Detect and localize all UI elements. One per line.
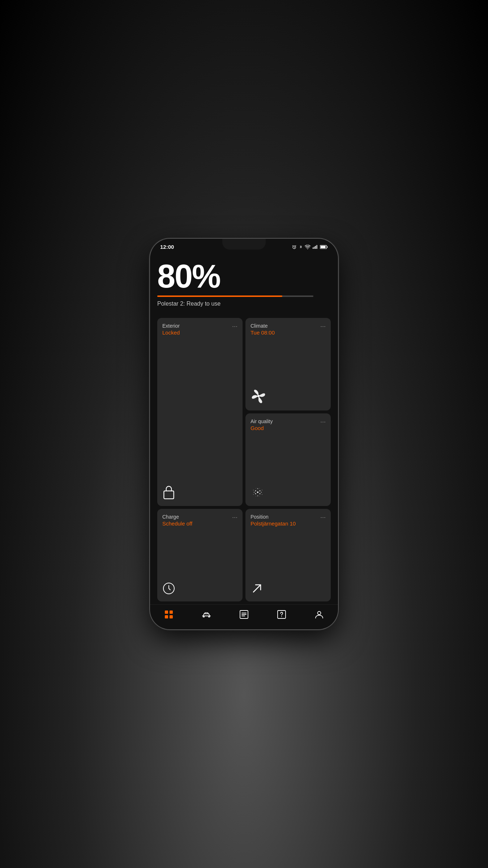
fan-icon-container — [251, 384, 326, 405]
svg-point-21 — [262, 490, 262, 490]
svg-point-35 — [281, 616, 282, 617]
air-dots-icon-container — [251, 481, 326, 501]
notch — [222, 239, 266, 250]
battery-percent: 80% — [157, 260, 331, 293]
card-position-header: Position Polstjärnegatan 10 ··· — [251, 514, 326, 527]
card-climate-title: Climate — [251, 323, 275, 329]
nav-item-profile[interactable] — [309, 608, 330, 621]
svg-rect-9 — [164, 491, 174, 499]
svg-rect-7 — [327, 246, 328, 248]
card-climate[interactable]: Climate Tue 08:00 ··· — [245, 318, 331, 410]
cards-grid: Exterior Locked ··· — [157, 318, 331, 601]
card-exterior[interactable]: Exterior Locked ··· — [157, 318, 243, 506]
card-charge-header: Charge Schedule off ··· — [162, 514, 237, 527]
nav-car-icon — [202, 610, 211, 619]
svg-rect-29 — [165, 610, 168, 614]
svg-rect-4 — [315, 246, 316, 249]
nav-item-support[interactable] — [271, 608, 292, 621]
nav-item-list[interactable] — [234, 608, 254, 621]
bottom-nav — [150, 604, 338, 629]
card-air-quality-subtitle: Good — [251, 425, 273, 431]
phone-frame: 12:00 — [150, 239, 338, 629]
lock-icon — [162, 485, 175, 499]
svg-point-25 — [259, 488, 260, 489]
battery-status: Polestar 2: Ready to use — [157, 301, 331, 307]
arrow-icon-container — [251, 578, 326, 596]
card-position[interactable]: Position Polstjärnegatan 10 ··· — [245, 509, 331, 601]
nav-support-icon — [277, 610, 286, 619]
phone-device: 12:00 — [150, 239, 338, 629]
status-time: 12:00 — [160, 244, 174, 250]
card-exterior-title: Exterior — [162, 323, 180, 329]
phone-screen: 12:00 — [150, 239, 338, 629]
svg-point-24 — [256, 488, 256, 489]
clock-icon — [162, 582, 175, 595]
bluetooth-icon — [299, 244, 303, 250]
svg-point-36 — [318, 612, 321, 615]
nav-item-car[interactable] — [196, 608, 217, 621]
air-dots-icon — [251, 485, 265, 499]
card-charge-title: Charge — [162, 514, 192, 520]
battery-status-icon — [320, 245, 328, 249]
nav-home-icon — [164, 610, 174, 619]
svg-point-23 — [262, 494, 262, 495]
card-climate-more[interactable]: ··· — [317, 323, 326, 329]
lock-icon-container — [162, 481, 237, 501]
svg-point-16 — [254, 492, 254, 493]
card-exterior-subtitle: Locked — [162, 329, 180, 336]
svg-point-26 — [256, 496, 256, 497]
card-position-subtitle: Polstjärnegatan 10 — [251, 520, 296, 527]
arrow-ne-icon — [251, 582, 264, 595]
card-exterior-header: Exterior Locked ··· — [162, 323, 237, 336]
svg-rect-32 — [170, 615, 173, 618]
battery-section: 80% Polestar 2: Ready to use — [157, 253, 331, 311]
svg-point-12 — [255, 490, 256, 492]
svg-rect-8 — [321, 246, 326, 248]
signal-icon — [313, 244, 318, 249]
svg-point-17 — [261, 492, 262, 493]
svg-point-13 — [260, 490, 261, 492]
svg-point-27 — [259, 496, 260, 497]
card-charge-subtitle: Schedule off — [162, 520, 192, 527]
svg-point-20 — [253, 490, 254, 490]
battery-bar-container — [157, 295, 313, 297]
battery-bar-fill — [157, 295, 282, 297]
svg-rect-5 — [317, 245, 317, 249]
card-air-quality-header: Air quality Good ··· — [251, 418, 326, 431]
card-charge-more[interactable]: ··· — [229, 514, 237, 520]
main-content: 80% Polestar 2: Ready to use Exterior Lo… — [150, 253, 338, 604]
nav-list-icon — [239, 610, 249, 619]
svg-point-11 — [257, 492, 258, 493]
clock-icon-container — [162, 578, 237, 596]
svg-point-18 — [257, 488, 258, 489]
svg-rect-2 — [313, 247, 313, 249]
svg-rect-30 — [170, 610, 173, 614]
card-climate-header: Climate Tue 08:00 ··· — [251, 323, 326, 336]
nav-item-home[interactable] — [158, 608, 179, 621]
card-exterior-more[interactable]: ··· — [229, 323, 237, 329]
nav-profile-icon — [314, 610, 324, 619]
svg-point-14 — [255, 493, 256, 494]
wifi-icon — [305, 245, 311, 249]
status-icons — [292, 244, 328, 250]
card-air-quality-title: Air quality — [251, 418, 273, 424]
svg-point-1 — [307, 248, 308, 249]
svg-rect-3 — [314, 247, 315, 249]
card-air-quality-more[interactable]: ··· — [317, 418, 326, 425]
card-air-quality[interactable]: Air quality Good ··· — [245, 413, 331, 506]
fan-icon — [251, 388, 266, 404]
alarm-icon — [292, 244, 297, 250]
svg-point-22 — [253, 494, 254, 495]
card-climate-subtitle: Tue 08:00 — [251, 329, 275, 336]
svg-rect-31 — [165, 615, 168, 618]
svg-point-19 — [257, 495, 258, 496]
card-position-more[interactable]: ··· — [317, 514, 326, 520]
card-position-title: Position — [251, 514, 296, 520]
card-charge[interactable]: Charge Schedule off ··· — [157, 509, 243, 601]
svg-point-15 — [260, 493, 261, 494]
